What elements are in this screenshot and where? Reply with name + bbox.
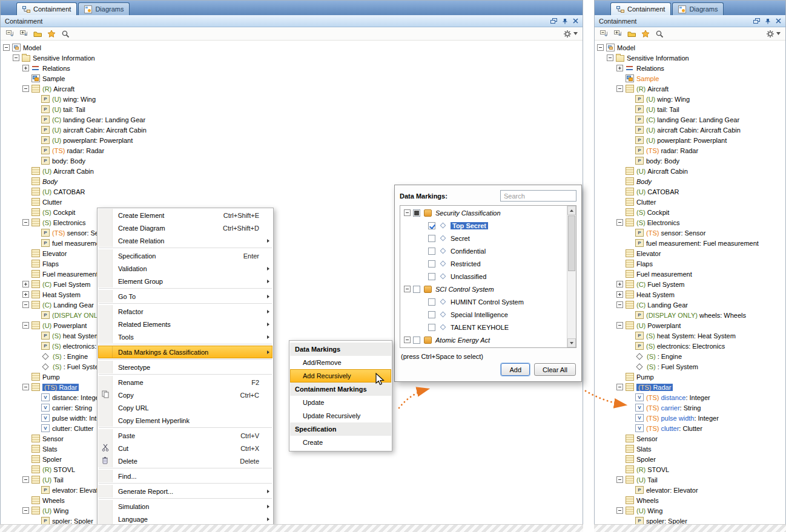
search-icon[interactable] (59, 28, 71, 39)
tree-item[interactable]: body : Body (1, 156, 583, 166)
tree-item[interactable]: (U)Tail (1, 475, 583, 485)
menu-item-delete[interactable]: DeleteDelete (98, 455, 272, 467)
menu-item-paste[interactable]: PasteCtrl+V (98, 429, 272, 442)
menu-item-rename[interactable]: RenameF2 (98, 376, 272, 389)
tree-item[interactable]: (TS)clutter : Clutter (595, 423, 785, 433)
tree-item[interactable]: (U)Wing (595, 505, 785, 516)
marking-row-unclassified[interactable]: Unclassified (400, 270, 567, 283)
scrollbar[interactable] (567, 206, 576, 347)
collapse-icon[interactable] (597, 44, 604, 51)
tab-diagrams[interactable]: Diagrams (78, 2, 130, 15)
marking-row-top-secret[interactable]: Top Secret (400, 219, 567, 232)
checkbox[interactable] (428, 235, 435, 242)
scroll-thumb[interactable] (568, 215, 575, 271)
checkbox[interactable] (428, 260, 435, 268)
tree-item[interactable]: (U)aircraft Cabin : Aircraft Cabin (595, 125, 785, 135)
tree-item[interactable]: (S) : Engine (595, 351, 785, 361)
tree-item[interactable]: (S)heat System : Heat System (595, 330, 785, 341)
collapse-icon[interactable] (22, 476, 29, 483)
tree-item[interactable]: (S)Cockpit (595, 207, 785, 217)
tree-item[interactable]: (U)Wing (1, 505, 583, 516)
checkbox[interactable] (428, 273, 435, 280)
checkbox[interactable] (428, 248, 435, 255)
tree-item[interactable]: (TS)sensor : Sensor (595, 228, 785, 238)
marking-row-security-classification[interactable]: Security Classification (400, 206, 567, 219)
tree-item[interactable]: Sample (1, 73, 583, 84)
submenu-item-update-recursively[interactable]: Update Recursively (290, 409, 391, 422)
submenu-item-add-remove[interactable]: Add/Remove (290, 356, 391, 369)
collapse-icon[interactable] (616, 476, 623, 483)
tree-item[interactable]: (TS)Radar (595, 382, 785, 392)
menu-item-cut[interactable]: CutCtrl+X (98, 442, 272, 455)
tree-item[interactable]: (U)tail : Tail (595, 104, 785, 114)
checkbox[interactable] (428, 222, 435, 229)
marking-row-special-intelligence[interactable]: Special Intelligence (400, 308, 567, 321)
menu-item-language[interactable]: Language (98, 513, 272, 525)
menu-item-refactor[interactable]: Refactor (98, 305, 272, 318)
checkbox[interactable] (428, 324, 435, 331)
marking-row-humint-control-system[interactable]: HUMINT Control System (400, 295, 567, 308)
collapse-icon[interactable] (616, 85, 623, 92)
collapse-icon[interactable] (22, 507, 29, 514)
tree-item[interactable]: Heat System (595, 289, 785, 300)
tree-item[interactable]: (U)Powerplant (595, 320, 785, 330)
tree-item[interactable]: (TS)distance : Integer (595, 392, 785, 402)
tree-item[interactable]: Elevator (595, 248, 785, 258)
tab-containment[interactable]: Containment (16, 2, 77, 15)
expand-icon[interactable] (616, 291, 623, 298)
close-icon[interactable] (573, 18, 578, 24)
tree-item[interactable]: Fuel measurement (595, 269, 785, 279)
tree-item[interactable]: (TS)radar : Radar (595, 145, 785, 156)
tree-item[interactable]: Pump (595, 372, 785, 382)
menu-item-simulation[interactable]: Simulation (98, 500, 272, 513)
tab-diagrams[interactable]: Diagrams (672, 2, 724, 15)
tree-item[interactable]: fuel measurement : Fuel measurement (595, 238, 785, 248)
search-icon[interactable] (653, 28, 665, 39)
marking-row-sci-control-system[interactable]: SCI Control System (400, 283, 567, 295)
scroll-up-icon[interactable] (567, 206, 576, 215)
collapse-icon[interactable] (22, 301, 29, 308)
search-input[interactable] (500, 190, 576, 202)
checkbox[interactable] (413, 286, 420, 293)
tree-item[interactable]: Relations (595, 63, 785, 73)
tree-item[interactable]: (C)Landing Gear (595, 300, 785, 310)
collapse-icon[interactable] (616, 507, 623, 514)
float-icon[interactable] (753, 18, 760, 24)
menu-item-create-element[interactable]: Create ElementCtrl+Shift+E (98, 209, 272, 222)
pin-icon[interactable] (765, 18, 771, 24)
marking-row-atomic-energy-act[interactable]: Atomic Energy Act (400, 333, 567, 346)
tree-item[interactable]: (U)Aircraft Cabin (595, 166, 785, 176)
close-icon[interactable] (776, 18, 781, 24)
expand-icon[interactable] (22, 65, 29, 71)
favorites-icon[interactable] (45, 28, 58, 39)
tree-item[interactable]: Model (595, 42, 785, 53)
tree-item[interactable]: (R)Aircraft (1, 84, 583, 94)
tree-item[interactable]: Relations (1, 63, 583, 73)
tree-item[interactable]: (S)Electronics (595, 217, 785, 228)
tree-item[interactable]: Clutter (595, 197, 785, 207)
favorites-icon[interactable] (639, 28, 652, 39)
marking-row-confidential[interactable]: Confidential (400, 245, 567, 257)
tree-item[interactable]: Spoler (595, 454, 785, 464)
expand-all-icon[interactable] (18, 28, 30, 39)
menu-item-element-group[interactable]: Element Group (98, 275, 272, 287)
tab-containment[interactable]: Containment (610, 2, 671, 15)
tree-item[interactable]: (C)landing Gear : Landing Gear (1, 114, 583, 125)
collapse-icon[interactable] (3, 44, 10, 51)
tree-item[interactable]: (U)wing : Wing (1, 94, 583, 104)
settings-icon[interactable] (563, 30, 580, 38)
tree-item[interactable]: Sample (595, 73, 785, 84)
tree-item[interactable]: (C)Fuel System (595, 279, 785, 289)
tree-item[interactable]: (U)Aircraft Cabin (1, 166, 583, 176)
tree-item[interactable]: (U)powerplant : Powerplant (595, 135, 785, 145)
tree-item[interactable]: (R)STOVL (595, 464, 785, 475)
tree-item[interactable]: (U)Tail (595, 475, 785, 485)
menu-item-data-markings-classification[interactable]: Data Markings & Classification (98, 346, 272, 358)
tree-item[interactable]: (R)Aircraft (595, 84, 785, 94)
tree-item[interactable]: elevator : Elevator (595, 485, 785, 495)
menu-item-stereotype[interactable]: Stereotype (98, 361, 272, 373)
tree-item[interactable]: (U)wing : Wing (595, 94, 785, 104)
marking-row-restricted[interactable]: Restricted (400, 257, 567, 270)
menu-item-tools[interactable]: Tools (98, 330, 272, 343)
menu-item-copy-element-hyperlink[interactable]: Copy Element Hyperlink (98, 414, 272, 427)
